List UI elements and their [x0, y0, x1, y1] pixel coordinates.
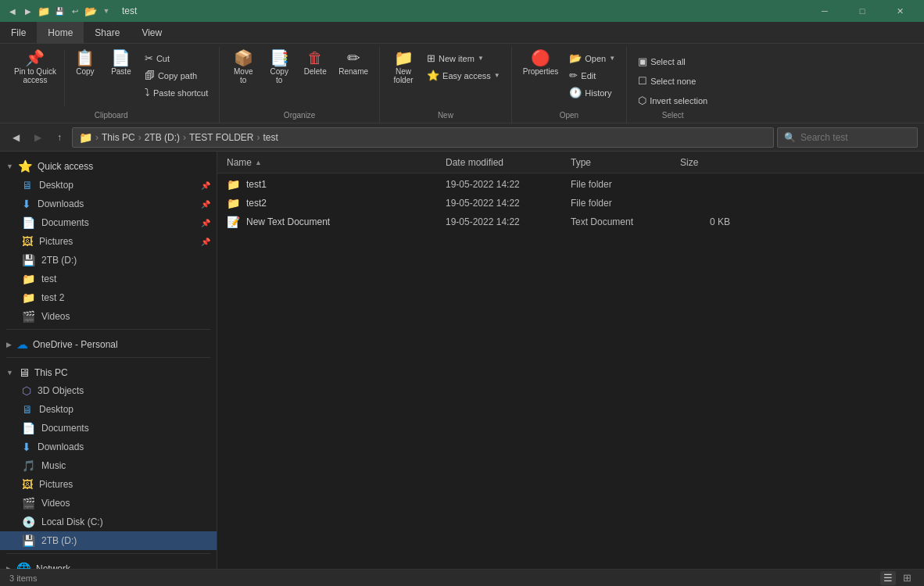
- cut-button[interactable]: ✂ Cut: [140, 50, 213, 66]
- thispc-label: This PC: [34, 367, 68, 378]
- path-test[interactable]: test: [263, 132, 278, 143]
- sidebar-item-music-pc[interactable]: 🎵 Music: [0, 456, 217, 475]
- col-header-date[interactable]: Date modified: [439, 152, 564, 173]
- copy-icon: 📋: [75, 50, 95, 66]
- history-button[interactable]: 🕐 History: [564, 84, 620, 101]
- paste-shortcut-icon: ⤵: [145, 87, 150, 98]
- ribbon-new-group: 📁 New folder ⊞ New item ▼ ⭐ Easy access …: [380, 47, 512, 123]
- minimize-button[interactable]: ─: [807, 0, 843, 22]
- documents-pc-icon: 📄: [22, 422, 35, 434]
- open-button[interactable]: 📂 Open ▼: [564, 50, 620, 66]
- open-dropdown-icon: ▼: [609, 55, 615, 62]
- invert-icon: ⬡: [638, 95, 646, 106]
- select-all-button[interactable]: ▣ Select all: [633, 53, 712, 70]
- sidebar-item-documents-quick[interactable]: 📄 Documents 📌: [0, 213, 217, 232]
- easy-access-button[interactable]: ⭐ Easy access ▼: [422, 67, 505, 84]
- sidebar-item-desktop-pc[interactable]: 🖥 Desktop: [0, 400, 217, 419]
- maximize-button[interactable]: □: [844, 0, 880, 22]
- sidebar-item-3dobjects[interactable]: ⬡ 3D Objects: [0, 381, 217, 400]
- invert-selection-button[interactable]: ⬡ Invert selection: [633, 92, 712, 109]
- item-count: 3 items: [9, 573, 37, 583]
- path-thispc[interactable]: This PC: [102, 132, 135, 143]
- sidebar-item-2tbd[interactable]: 💾 2TB (D:): [0, 531, 217, 550]
- dropdown-icon[interactable]: ▼: [100, 5, 113, 17]
- path-testfolder[interactable]: TEST FOLDER: [189, 132, 253, 143]
- new-folder-button[interactable]: 📁 New folder: [386, 47, 421, 88]
- properties-button[interactable]: 🔴 Properties: [518, 47, 564, 79]
- paste-shortcut-button[interactable]: ⤵ Paste shortcut: [140, 84, 213, 101]
- undo-icon[interactable]: ↩: [69, 5, 81, 17]
- 3dobjects-icon: ⬡: [22, 384, 31, 397]
- ribbon-clipboard-group: 📌 Pin to Quick access 📋 Copy 📄 Paste ✂ C…: [3, 47, 220, 123]
- file-name-0: 📁 test1: [220, 178, 439, 191]
- delete-button[interactable]: 🗑 Delete: [298, 47, 332, 79]
- music-pc-icon: 🎵: [22, 459, 35, 472]
- table-row[interactable]: 📝 New Text Document 19-05-2022 14:22 Tex…: [217, 213, 924, 231]
- 2tbd-icon: 💾: [22, 534, 35, 547]
- new-item-button[interactable]: ⊞ New item ▼: [422, 50, 505, 66]
- col-header-size[interactable]: Size: [674, 152, 736, 173]
- table-row[interactable]: 📁 test1 19-05-2022 14:22 File folder: [217, 175, 924, 194]
- network-header[interactable]: ▶ 🌐 Network: [0, 557, 217, 569]
- forward-button[interactable]: ▶: [28, 128, 47, 147]
- sidebar-item-downloads-pc[interactable]: ⬇ Downloads: [0, 438, 217, 456]
- copy-path-button[interactable]: 🗐 Copy path: [140, 67, 213, 84]
- sidebar-item-downloads-quick[interactable]: ⬇ Downloads 📌: [0, 195, 217, 213]
- file-list: 📁 test1 19-05-2022 14:22 File folder 📁 t…: [217, 173, 924, 569]
- forward-icon[interactable]: ▶: [22, 5, 34, 17]
- pin-to-quick-access-button[interactable]: 📌 Pin to Quick access: [9, 47, 61, 88]
- onedrive-header[interactable]: ▶ ☁ OneDrive - Personal: [0, 333, 217, 354]
- path-drive[interactable]: 2TB (D:): [145, 132, 180, 143]
- sidebar-item-pictures-quick[interactable]: 🖼 Pictures 📌: [0, 232, 217, 251]
- menu-view[interactable]: View: [131, 22, 173, 44]
- paste-button[interactable]: 📄 Paste: [104, 47, 138, 79]
- move-icon: 📦: [234, 50, 253, 66]
- sidebar-item-desktop-quick[interactable]: 🖥 Desktop 📌: [0, 176, 217, 195]
- copy-button[interactable]: 📋 Copy: [68, 47, 102, 79]
- col-header-name[interactable]: Name ▲: [220, 152, 439, 173]
- up-button[interactable]: ↑: [50, 128, 69, 147]
- back-icon[interactable]: ◀: [6, 5, 19, 17]
- save-icon[interactable]: 💾: [53, 5, 66, 17]
- menu-share[interactable]: Share: [84, 22, 131, 44]
- small-clipboard-buttons: ✂ Cut 🗐 Copy path ⤵ Paste shortcut: [140, 50, 213, 101]
- copy-to-button[interactable]: 📑 Copy to: [262, 47, 296, 88]
- edit-button[interactable]: ✏ Edit: [564, 67, 620, 84]
- close-button[interactable]: ✕: [882, 0, 918, 22]
- sidebar-item-documents-pc[interactable]: 📄 Documents: [0, 419, 217, 438]
- move-to-button[interactable]: 📦 Move to: [226, 47, 260, 88]
- sidebar-item-2tb-quick[interactable]: 💾 2TB (D:): [0, 251, 217, 270]
- tiles-view-button[interactable]: ⊞: [899, 571, 915, 585]
- col-header-type[interactable]: Type: [564, 152, 674, 173]
- sidebar-item-test2-quick[interactable]: 📁 test 2: [0, 288, 217, 307]
- quick-access-header[interactable]: ▼ ⭐ Quick access: [0, 155, 217, 176]
- ribbon-open-group: 🔴 Properties 📂 Open ▼ ✏ Edit 🕐 History: [512, 47, 627, 123]
- select-buttons: ▣ Select all ☐ Select none ⬡ Invert sele…: [633, 47, 712, 109]
- sidebar-item-localc[interactable]: 💿 Local Disk (C:): [0, 513, 217, 531]
- file-date-2: 19-05-2022 14:22: [439, 216, 564, 227]
- sidebar-item-videos-pc[interactable]: 🎬 Videos: [0, 494, 217, 513]
- select-none-button[interactable]: ☐ Select none: [633, 73, 712, 89]
- rename-button[interactable]: ✏ Rename: [334, 47, 373, 79]
- search-input[interactable]: [800, 132, 911, 143]
- select-none-icon: ☐: [638, 75, 647, 87]
- paste-icon: 📄: [111, 50, 131, 66]
- address-path[interactable]: 📁 › This PC › 2TB (D:) › TEST FOLDER › t…: [72, 127, 774, 148]
- pin-icon: 📌: [25, 50, 45, 66]
- table-row[interactable]: 📁 test2 19-05-2022 14:22 File folder: [217, 194, 924, 213]
- sidebar-item-videos-quick[interactable]: 🎬 Videos: [0, 307, 217, 326]
- back-button[interactable]: ◀: [6, 128, 25, 147]
- select-label: Select: [633, 109, 712, 120]
- search-box[interactable]: 🔍: [777, 127, 918, 148]
- file-name-2: 📝 New Text Document: [220, 216, 439, 228]
- clipboard-label: Clipboard: [9, 109, 213, 120]
- network-label: Network: [36, 563, 70, 569]
- file-date-1: 19-05-2022 14:22: [439, 198, 564, 209]
- thispc-header[interactable]: ▼ 🖥 This PC: [0, 361, 217, 381]
- menu-file[interactable]: File: [0, 22, 37, 44]
- recent-folder-icon[interactable]: 📂: [84, 5, 97, 17]
- sidebar-item-pictures-pc[interactable]: 🖼 Pictures: [0, 475, 217, 494]
- sidebar-item-test-quick[interactable]: 📁 test: [0, 270, 217, 288]
- details-view-button[interactable]: ☰: [880, 571, 896, 585]
- menu-home[interactable]: Home: [37, 22, 84, 44]
